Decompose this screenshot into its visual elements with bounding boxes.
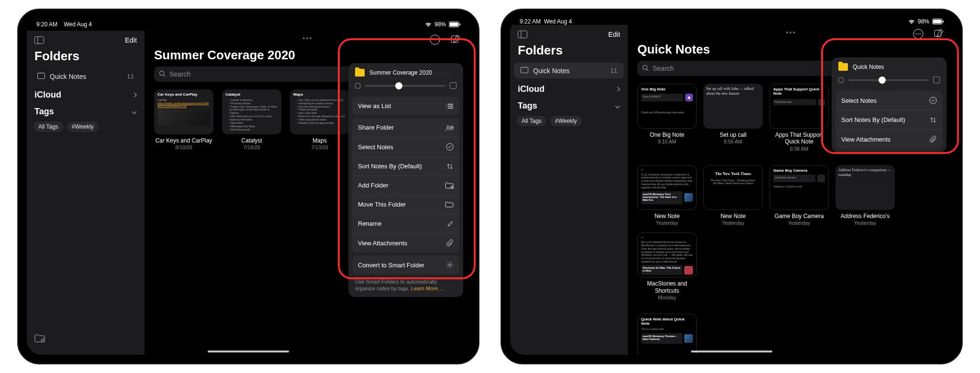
menu-view-attachments[interactable]: View Attachments <box>352 233 459 252</box>
compose-button[interactable] <box>934 29 944 41</box>
menu-move-folder[interactable]: Move This Folder <box>352 195 459 214</box>
new-folder-icon[interactable] <box>27 329 145 349</box>
note-date: Yesterday <box>722 220 744 226</box>
sidebar-section-tags[interactable]: Tags <box>27 102 145 119</box>
note-date: 7/19/20 <box>243 144 260 150</box>
multitasking-dots-icon[interactable] <box>786 32 795 33</box>
tag-chip[interactable]: #Weekly <box>67 121 99 132</box>
note-title: New Note <box>655 213 680 219</box>
sidebar-item-quicknotes[interactable]: Quick Notes 11 <box>31 68 141 84</box>
note-card[interactable]: Address Federico's comparison — roundup … <box>835 165 895 226</box>
edit-button[interactable]: Edit <box>125 36 137 44</box>
menu-rename[interactable]: Rename <box>352 214 459 233</box>
svg-point-30 <box>643 65 647 69</box>
slider-knob[interactable] <box>879 77 886 84</box>
svg-rect-21 <box>518 31 527 38</box>
note-card[interactable]: “” In 12, Monterey introduces a collecti… <box>637 165 697 226</box>
note-card[interactable]: Maps App Clips can be displayed from Map… <box>290 89 349 150</box>
svg-point-26 <box>916 33 917 34</box>
note-thumb: “” My co-ex followed Shortcuts closely a… <box>637 232 697 277</box>
note-title: Catalyst <box>241 137 262 144</box>
popover-hint: Use Smart Folders to automatically organ… <box>348 274 463 292</box>
sidebar-section-icloud[interactable]: iCloud <box>510 79 628 96</box>
home-indicator[interactable] <box>208 351 289 352</box>
slider-knob[interactable] <box>395 82 402 89</box>
svg-point-31 <box>930 97 936 104</box>
menu-sort-notes[interactable]: Sort Notes By (Default) <box>835 110 943 130</box>
svg-point-28 <box>920 33 921 34</box>
popover-title: Summer Coverage 2020 <box>369 69 432 76</box>
note-title: Set up call <box>720 132 746 138</box>
note-card[interactable]: Car Keys and CarPlay CarPlay https://twi… <box>154 89 213 150</box>
search-icon <box>159 70 166 78</box>
note-card[interactable]: Catalyst answer to ElectronPractical sol… <box>222 89 281 150</box>
note-title: Maps <box>312 137 326 144</box>
thumbnail-size-slider[interactable] <box>832 75 947 88</box>
list-icon <box>446 103 454 109</box>
sidebar-section-tags[interactable]: Tags <box>510 96 628 113</box>
folder-options-popover: Summer Coverage 2020 View as List Share … <box>348 63 463 297</box>
grid-small-icon <box>838 77 844 83</box>
sort-icon <box>446 163 454 170</box>
note-date: 8/10/20 <box>175 144 192 150</box>
svg-rect-3 <box>35 37 44 44</box>
note-thumb: Set up call with John — talked about the… <box>703 84 763 129</box>
note-card[interactable]: Set up call with John — talked about the… <box>703 84 763 152</box>
menu-select-notes[interactable]: Select Notes <box>835 91 943 110</box>
chevron-down-icon <box>615 101 620 111</box>
note-title: Car Keys and CarPlay <box>156 137 212 144</box>
sidebar-toggle-icon[interactable] <box>518 31 527 38</box>
svg-point-17 <box>449 264 451 266</box>
note-body: App Clips can be displayed from MapsDesi… <box>293 99 346 125</box>
folder-icon <box>445 201 454 208</box>
menu-share-folder[interactable]: Share Folder <box>352 118 459 137</box>
menu-sort-notes[interactable]: Sort Notes By (Default) <box>352 157 459 176</box>
note-card[interactable]: “” My co-ex followed Shortcuts closely a… <box>637 232 697 300</box>
status-time: 9:22 AM <box>520 18 541 25</box>
more-button[interactable] <box>430 34 440 47</box>
learn-more-link[interactable]: Learn More… <box>411 285 443 291</box>
menu-add-folder[interactable]: Add Folder <box>352 176 459 195</box>
menu-view-attachments[interactable]: View Attachments <box>835 130 943 149</box>
sidebar-item-count: 11 <box>611 67 617 74</box>
paperclip-icon <box>930 135 937 143</box>
tag-chip[interactable]: #Weekly <box>550 116 582 126</box>
gear-icon <box>446 261 454 269</box>
menu-convert-smart[interactable]: Convert to Smart Folder <box>352 255 459 274</box>
sidebar-item-count: 11 <box>127 73 134 80</box>
note-card[interactable]: Quick Note about Quick Note This is a qu… <box>637 314 697 355</box>
note-thumb: The New York Times The New York Times – … <box>703 165 763 210</box>
multitasking-dots-icon[interactable] <box>303 37 312 39</box>
quicknotes-icon <box>521 66 528 75</box>
home-indicator[interactable] <box>691 351 772 352</box>
note-date: Monday <box>658 295 676 300</box>
note-card[interactable]: The New York Times The New York Times – … <box>703 165 763 226</box>
edit-button[interactable]: Edit <box>608 31 620 38</box>
screen: 9:20 AM Wed Aug 4 98% Edit Folders Quick <box>27 18 470 355</box>
sidebar-toggle-icon[interactable] <box>34 36 44 44</box>
note-body: answer to ElectronPractical solutionTwit… <box>225 99 278 132</box>
more-button[interactable] <box>913 29 924 41</box>
tag-chip[interactable]: All Tags <box>33 121 63 132</box>
folder-icon <box>838 63 848 71</box>
sidebar-item-quicknotes[interactable]: Quick Notes 11 <box>514 63 624 78</box>
ipad-left: 9:20 AM Wed Aug 4 98% Edit Folders Quick <box>17 9 479 364</box>
note-title: Apps That Support Quick Note <box>769 132 829 145</box>
wifi-icon <box>425 22 432 27</box>
note-card[interactable]: Game Boy Camera Gameboy camera Adding to… <box>769 165 829 226</box>
svg-rect-1 <box>450 22 458 26</box>
svg-point-15 <box>446 143 453 150</box>
note-card[interactable]: One Big Note Open CARROT☻ Check out NSUs… <box>637 84 697 152</box>
compose-button[interactable] <box>451 34 460 47</box>
note-card[interactable]: Apps That Support Quick Note Planning no… <box>769 84 829 152</box>
tag-chip[interactable]: All Tags <box>517 116 546 126</box>
menu-view-as-list[interactable]: View as List <box>352 97 459 115</box>
sidebar-item-label: Quick Notes <box>533 67 569 75</box>
sidebar-section-icloud[interactable]: iCloud <box>27 85 145 102</box>
svg-point-9 <box>434 39 435 40</box>
search-placeholder: Search <box>169 70 190 78</box>
page-title: Summer Coverage 2020 <box>154 48 460 63</box>
thumbnail-size-slider[interactable] <box>348 80 463 94</box>
menu-select-notes[interactable]: Select Notes <box>352 137 459 157</box>
note-thumb: One Big Note Open CARROT☻ Check out NSUs… <box>637 84 697 129</box>
